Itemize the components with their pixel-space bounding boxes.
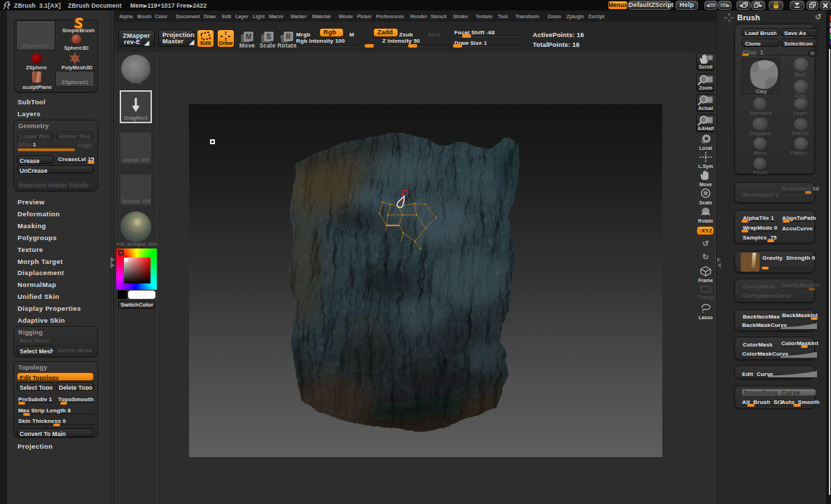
svg-text:M: M [246,33,252,41]
svg-text:R: R [286,33,291,41]
svg-text:S: S [267,33,272,41]
